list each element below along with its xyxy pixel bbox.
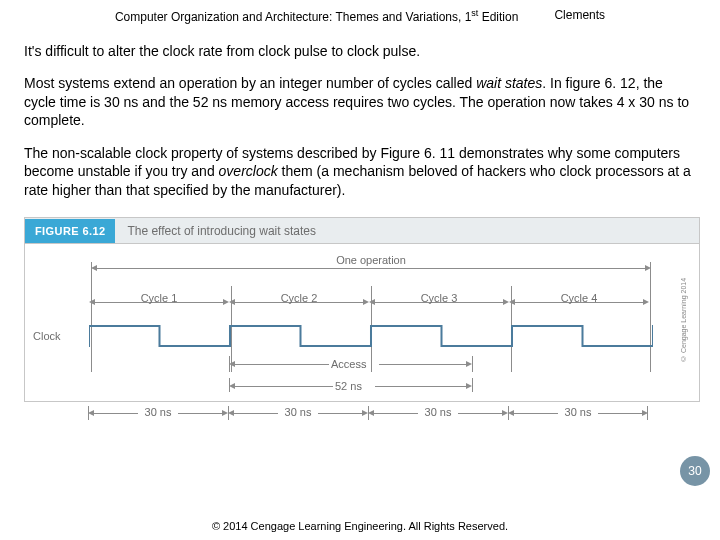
operation-label: One operation <box>89 254 653 268</box>
arrow-right-icon <box>466 383 472 389</box>
access-ns-row: 52 ns <box>89 380 653 398</box>
operation-bracket <box>91 268 651 288</box>
figure-tag: FIGURE 6.12 <box>25 219 115 243</box>
cycle-ns-label: 30 ns <box>368 406 508 418</box>
ns-span-line <box>232 413 278 414</box>
p2-text-a: Most systems extend an operation by an i… <box>24 75 476 91</box>
cycle-label: Cycle 2 <box>229 292 369 304</box>
access-boundary <box>472 356 473 372</box>
timing-diagram: One operation <box>25 244 699 402</box>
clock-waveform-row: Clock <box>89 320 653 354</box>
book-title: Computer Organization and Architecture: … <box>115 8 518 24</box>
access-label: Access <box>331 358 366 370</box>
figure-wrapper: FIGURE 6.12 The effect of introducing wa… <box>0 213 720 422</box>
access-bracket: Access <box>89 358 653 376</box>
p2-italic: wait states <box>476 75 542 91</box>
ns-span-line <box>178 413 224 414</box>
ns-span-line <box>372 413 418 414</box>
figure-6-12: FIGURE 6.12 The effect of introducing wa… <box>24 217 700 402</box>
ns-boundary <box>508 406 509 420</box>
ns-span-line <box>318 413 364 414</box>
cycle-labels-row: Cycle 1 Cycle 2 Cycle 3 Cycle 4 <box>89 290 653 320</box>
body-content: It's difficult to alter the clock rate f… <box>0 24 720 199</box>
ns-span-line <box>598 413 644 414</box>
page-number-badge: 30 <box>680 456 710 486</box>
arrow-right-icon <box>645 265 651 271</box>
paragraph-1: It's difficult to alter the clock rate f… <box>24 42 696 60</box>
paragraph-2: Most systems extend an operation by an i… <box>24 74 696 129</box>
ns-boundary <box>88 406 89 420</box>
cycle-ns-label: 30 ns <box>88 406 228 418</box>
ns-span-line <box>458 413 504 414</box>
ns-span-line <box>512 413 558 414</box>
cycle-label: Cycle 4 <box>509 292 649 304</box>
access-span-line <box>379 364 469 365</box>
figure-header: FIGURE 6.12 The effect of introducing wa… <box>25 218 699 244</box>
slide-header: Computer Organization and Architecture: … <box>0 0 720 24</box>
cycle-ns-label: 30 ns <box>508 406 648 418</box>
author: Clements <box>554 8 605 24</box>
footer-copyright: © 2014 Cengage Learning Engineering. All… <box>0 520 720 532</box>
access-span-line <box>233 364 329 365</box>
cycle-ns-label: 30 ns <box>228 406 368 418</box>
p3-italic: overclock <box>219 163 278 179</box>
paragraph-3: The non-scalable clock property of syste… <box>24 144 696 199</box>
cycle-label: Cycle 1 <box>89 292 229 304</box>
arrow-left-icon <box>229 383 235 389</box>
arrow-left-icon <box>229 361 235 367</box>
operation-span-line <box>95 268 647 269</box>
ns-span-line <box>375 386 469 387</box>
cycle-ns-row: 30 ns 30 ns 30 ns 30 ns <box>88 406 654 422</box>
arrow-left-icon <box>91 265 97 271</box>
ns-span-line <box>92 413 138 414</box>
ns-boundary <box>228 406 229 420</box>
arrow-right-icon <box>466 361 472 367</box>
clock-label: Clock <box>33 330 61 342</box>
access-ns-label: 52 ns <box>335 380 362 392</box>
ns-boundary <box>472 378 473 392</box>
ns-boundary <box>647 406 648 420</box>
ns-span-line <box>233 386 333 387</box>
cycle-label: Cycle 3 <box>369 292 509 304</box>
clock-waveform <box>89 320 653 354</box>
ns-boundary <box>368 406 369 420</box>
figure-title: The effect of introducing wait states <box>115 224 316 238</box>
book-title-prefix: Computer Organization and Architecture: … <box>115 10 471 24</box>
book-title-suffix: Edition <box>478 10 518 24</box>
